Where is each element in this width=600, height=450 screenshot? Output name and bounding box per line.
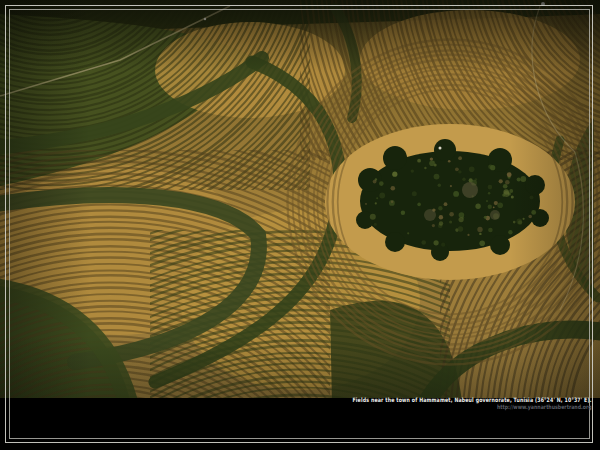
photo-caption-location: Fields near the town of Hammamet, Nabeul… bbox=[353, 396, 592, 403]
photo-page: Fields near the town of Hammamet, Nabeul… bbox=[0, 0, 600, 450]
aerial-photo-image bbox=[0, 0, 600, 398]
photo-caption: Fields near the town of Hammamet, Nabeul… bbox=[353, 396, 592, 410]
aerial-photo-art bbox=[0, 0, 600, 398]
photo-credit-url[interactable]: http://www.yannarthusbertrand.org bbox=[353, 403, 592, 410]
